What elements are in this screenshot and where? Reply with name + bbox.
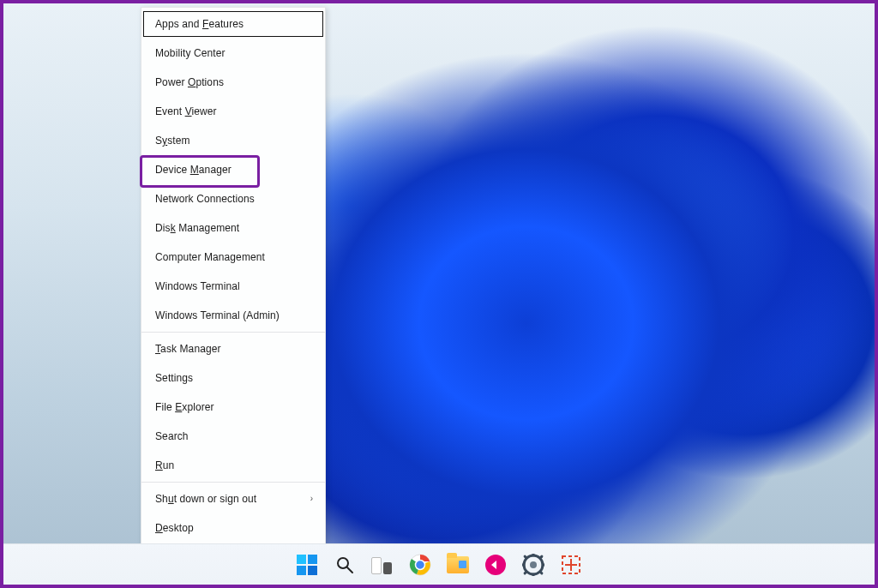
menu-separator: [141, 482, 325, 483]
svg-line-1: [347, 567, 352, 573]
winx-context-menu: Apps and FeaturesMobility CenterPower Op…: [141, 7, 326, 546]
menu-file-explorer[interactable]: File Explorer: [141, 393, 325, 422]
menu-event-viewer-label: Event Viewer: [155, 106, 217, 117]
menu-apps-and-features-label: Apps and Features: [155, 19, 244, 29]
svg-point-0: [338, 558, 348, 568]
menu-separator: [141, 332, 325, 333]
search-icon[interactable]: [333, 553, 357, 577]
menu-windows-terminal-admin-label: Windows Terminal (Admin): [155, 310, 280, 321]
task-view-icon[interactable]: [370, 553, 394, 577]
menu-computer-management-label: Computer Management: [155, 252, 265, 262]
menu-disk-management-label: Disk Management: [155, 223, 239, 233]
svg-line-8: [540, 571, 542, 573]
menu-power-options[interactable]: Power Options: [141, 68, 325, 97]
menu-search-label: Search: [155, 431, 189, 441]
menu-apps-and-features[interactable]: Apps and Features: [141, 9, 325, 39]
menu-search[interactable]: Search: [141, 422, 325, 451]
menu-computer-management[interactable]: Computer Management: [141, 243, 325, 272]
menu-run-label: Run: [155, 460, 174, 471]
menu-desktop[interactable]: Desktop: [141, 513, 325, 543]
menu-task-manager-label: Task Manager: [155, 344, 221, 354]
menu-device-manager-label: Device Manager: [155, 165, 232, 175]
svg-line-12: [525, 556, 526, 558]
chevron-right-icon: ›: [310, 495, 313, 503]
desktop-wallpaper: [3, 3, 875, 585]
settings-icon[interactable]: [521, 553, 545, 577]
snipping-tool-icon[interactable]: [559, 553, 583, 577]
menu-shut-down-or-sign-out-label: Shut down or sign out: [155, 494, 256, 504]
menu-windows-terminal[interactable]: Windows Terminal: [141, 272, 325, 301]
menu-settings-label: Settings: [155, 373, 193, 383]
menu-mobility-center[interactable]: Mobility Center: [141, 39, 325, 68]
menu-run[interactable]: Run: [141, 451, 325, 480]
menu-disk-management[interactable]: Disk Management: [141, 213, 325, 243]
taskbar: [3, 543, 875, 585]
menu-network-connections[interactable]: Network Connections: [141, 184, 325, 213]
pink-circle-app-icon[interactable]: [484, 553, 508, 577]
menu-file-explorer-label: File Explorer: [155, 402, 214, 412]
menu-event-viewer[interactable]: Event Viewer: [141, 97, 325, 126]
menu-desktop-label: Desktop: [155, 523, 194, 533]
menu-task-manager[interactable]: Task Manager: [141, 334, 325, 363]
menu-windows-terminal-admin[interactable]: Windows Terminal (Admin): [141, 301, 325, 330]
menu-system-label: System: [155, 135, 190, 146]
menu-device-manager[interactable]: Device Manager: [141, 155, 325, 184]
start-icon[interactable]: [295, 553, 319, 577]
menu-shut-down-or-sign-out[interactable]: Shut down or sign out›: [141, 484, 325, 513]
svg-line-14: [540, 556, 542, 558]
menu-power-options-label: Power Options: [155, 77, 224, 87]
svg-point-15: [530, 561, 537, 568]
menu-windows-terminal-label: Windows Terminal: [155, 281, 240, 291]
menu-system[interactable]: System: [141, 126, 325, 155]
menu-mobility-center-label: Mobility Center: [155, 48, 226, 58]
file-explorer-icon[interactable]: [446, 553, 470, 577]
chrome-icon[interactable]: [408, 553, 432, 577]
menu-settings[interactable]: Settings: [141, 363, 325, 393]
menu-network-connections-label: Network Connections: [155, 194, 255, 204]
svg-line-10: [525, 571, 526, 573]
